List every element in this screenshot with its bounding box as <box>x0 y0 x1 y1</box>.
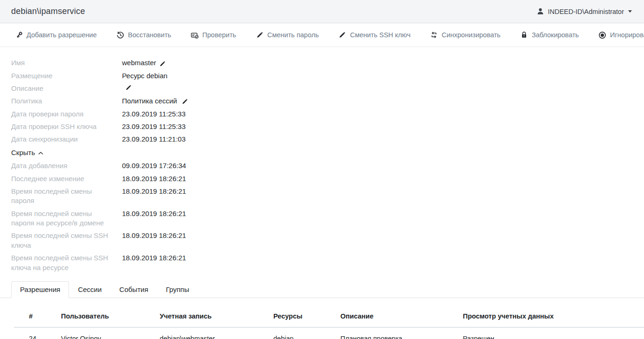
detail-row-name: Имя webmaster <box>11 57 644 69</box>
detail-row-sync-date: Дата синхронизации 23.09.2019 11:21:03 <box>11 133 644 146</box>
permissions-table: # Пользователь Учетная запись Ресурсы Оп… <box>14 305 644 339</box>
cell-account: debian\webmaster <box>160 327 273 339</box>
detail-label: Дата проверки пароля <box>11 109 122 119</box>
add-permission-button[interactable]: Добавить разрешение <box>15 31 97 39</box>
detail-value: 09.09.2019 17:26:34 <box>122 161 186 171</box>
edit-icon[interactable] <box>125 84 132 91</box>
page-title: debian\ipamservice <box>11 7 85 16</box>
history-icon <box>116 31 124 39</box>
column-header-resources: Ресурсы <box>273 305 340 327</box>
cell-user: Victor Osipov <box>61 327 160 339</box>
detail-label: Время последней смены пароля на ресурсе/… <box>11 209 122 228</box>
detail-row-last-change: Последнее изменение 18.09.2019 18:26:21 <box>11 172 644 185</box>
detail-value: 18.09.2019 18:26:21 <box>122 187 186 197</box>
verify-button[interactable]: Проверить <box>191 31 237 39</box>
detail-label: Размещение <box>11 71 122 81</box>
detail-value: webmaster <box>122 58 156 68</box>
detail-value: 23.09.2019 11:21:03 <box>122 135 186 144</box>
detail-value: 23.09.2019 11:25:33 <box>122 122 186 132</box>
toolbar-label: Заблокировать <box>532 31 579 39</box>
ignore-button[interactable]: Игнорировать <box>598 31 644 39</box>
tab-sessions[interactable]: Сессии <box>69 281 110 298</box>
sync-icon <box>430 31 438 39</box>
detail-label: Последнее изменение <box>11 174 122 184</box>
detail-value: 18.09.2019 18:26:21 <box>122 253 186 263</box>
toolbar-label: Сменить пароль <box>267 31 319 39</box>
toolbar: Добавить разрешение Восстановить Провери… <box>0 23 644 47</box>
detail-label: Дата добавления <box>11 161 122 171</box>
detail-row-description: Описание <box>11 82 644 95</box>
cell-number: 24 <box>14 327 61 339</box>
detail-row-last-password-change: Время последней смены пароля 18.09.2019 … <box>11 185 644 208</box>
cell-resources: debian <box>273 327 340 339</box>
toolbar-label: Восстановить <box>128 31 171 39</box>
detail-value: 18.09.2019 18:26:21 <box>122 174 186 184</box>
cell-description: Плановая проверка <box>340 327 463 339</box>
column-header-number: # <box>14 305 61 327</box>
cell-credentials-view: Разрешен <box>463 327 644 339</box>
toolbar-label: Добавить разрешение <box>27 31 97 39</box>
detail-row-last-ssh-change-resource: Время последней смены SSH ключа на ресур… <box>11 252 644 274</box>
detail-value: 18.09.2019 18:26:21 <box>122 209 186 219</box>
detail-label: Время последней смены пароля <box>11 187 122 206</box>
column-header-description: Описание <box>340 305 463 327</box>
detail-row-placement: Размещение Ресурс debian <box>11 69 644 82</box>
tab-groups[interactable]: Группы <box>157 281 198 298</box>
restore-button[interactable]: Восстановить <box>116 31 171 39</box>
caret-down-icon <box>628 10 632 13</box>
detail-label: Политика <box>11 96 122 106</box>
edit-icon[interactable] <box>182 98 188 105</box>
synchronize-button[interactable]: Синхронизировать <box>430 31 500 39</box>
column-header-credentials-view: Просмотр учетных данных <box>463 305 644 327</box>
edit-icon[interactable] <box>159 61 166 67</box>
ignore-icon <box>598 31 606 39</box>
tab-permissions[interactable]: Разрешения <box>11 281 69 298</box>
change-ssh-key-button[interactable]: Сменить SSH ключ <box>339 31 411 39</box>
lock-icon <box>520 31 528 39</box>
detail-label: Описание <box>11 84 122 94</box>
detail-label: Время последней смены SSH ключа <box>11 231 122 250</box>
table-header-row: # Пользователь Учетная запись Ресурсы Оп… <box>14 305 644 327</box>
table-row[interactable]: 24 Victor Osipov debian\webmaster debian… <box>14 327 644 339</box>
detail-label: Имя <box>11 58 122 68</box>
hide-link-label: Скрыть <box>11 149 35 156</box>
pencil-icon <box>339 31 346 39</box>
key-icon <box>15 31 23 39</box>
detail-row-ssh-check-date: Дата проверки SSH ключа 23.09.2019 11:25… <box>11 120 644 133</box>
tab-bar: Разрешения Сессии События Группы <box>0 280 644 298</box>
detail-label: Время последней смены SSH ключа на ресур… <box>11 253 122 272</box>
user-icon <box>536 7 544 15</box>
detail-label: Дата синхронизации <box>11 135 122 144</box>
column-header-account: Учетная запись <box>160 305 273 327</box>
detail-row-last-password-change-resource: Время последней смены пароля на ресурсе/… <box>11 207 644 230</box>
pencil-icon <box>256 31 264 39</box>
tab-events[interactable]: События <box>110 281 157 298</box>
toolbar-label: Синхронизировать <box>441 31 500 39</box>
detail-row-last-ssh-change: Время последней смены SSH ключа 18.09.20… <box>11 230 644 252</box>
chevron-up-icon <box>38 149 43 156</box>
column-header-user: Пользователь <box>61 305 160 327</box>
detail-label: Дата проверки SSH ключа <box>11 122 122 132</box>
user-menu[interactable]: INDEED-ID\Administrator <box>536 7 632 15</box>
detail-value: Политика сессий <box>122 96 177 106</box>
user-name: INDEED-ID\Administrator <box>548 8 624 15</box>
lock-button[interactable]: Заблокировать <box>520 31 579 39</box>
detail-row-policy: Политика Политика сессий <box>11 95 644 108</box>
toolbar-label: Сменить SSH ключ <box>350 31 411 39</box>
detail-row-password-check-date: Дата проверки пароля 23.09.2019 11:25:33 <box>11 108 644 120</box>
page-header: debian\ipamservice INDEED-ID\Administrat… <box>0 0 644 23</box>
detail-row-added-date: Дата добавления 09.09.2019 17:26:34 <box>11 160 644 172</box>
details-panel: Имя webmaster Размещение Ресурс debian О… <box>0 47 644 274</box>
detail-value: 18.09.2019 18:26:21 <box>122 231 186 241</box>
toolbar-label: Игнорировать <box>610 31 644 39</box>
detail-value: 23.09.2019 11:25:33 <box>122 109 186 119</box>
hide-link[interactable]: Скрыть <box>11 149 43 156</box>
change-password-button[interactable]: Сменить пароль <box>256 31 319 39</box>
detail-value: Ресурс debian <box>122 71 168 81</box>
toolbar-label: Проверить <box>203 31 237 39</box>
card-check-icon <box>191 31 199 39</box>
